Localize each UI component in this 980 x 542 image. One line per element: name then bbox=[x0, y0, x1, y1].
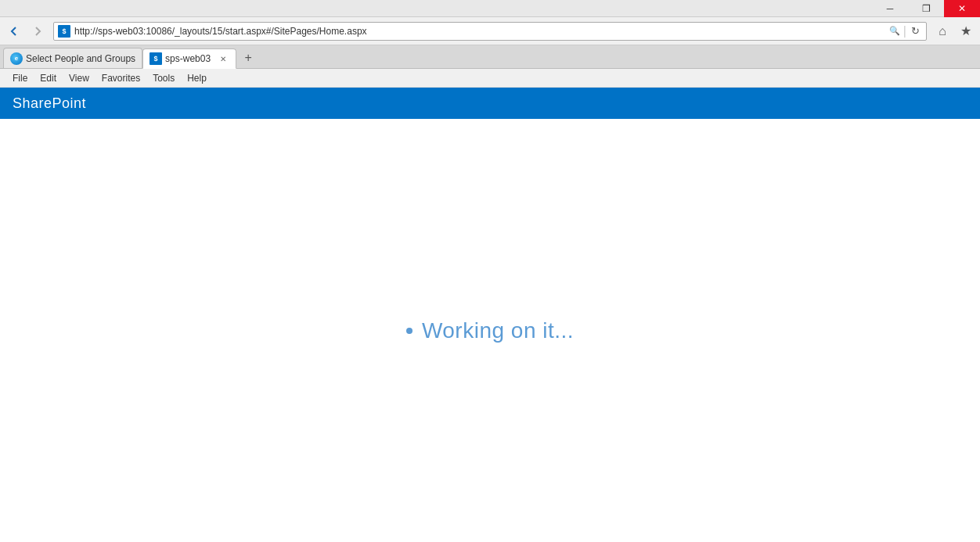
tab-select-people[interactable]: e Select People and Groups bbox=[3, 48, 142, 68]
menu-edit[interactable]: Edit bbox=[34, 71, 63, 85]
working-container: Working on it... bbox=[406, 318, 574, 343]
menu-file[interactable]: File bbox=[6, 71, 34, 85]
home-button[interactable]: ⌂ bbox=[931, 20, 953, 42]
tab-favicon-sp: $ bbox=[150, 52, 162, 65]
favorites-button[interactable]: ★ bbox=[955, 20, 977, 42]
menu-help[interactable]: Help bbox=[181, 71, 213, 85]
close-button[interactable]: ✕ bbox=[944, 0, 980, 17]
tab-favicon-ie: e bbox=[10, 52, 23, 65]
address-refresh-button[interactable]: ↻ bbox=[907, 23, 923, 40]
address-input[interactable] bbox=[74, 26, 887, 37]
address-search: 🔍 | ↻ bbox=[887, 23, 923, 40]
back-button[interactable] bbox=[3, 20, 25, 42]
nav-right: ⌂ ★ bbox=[931, 20, 977, 42]
restore-button[interactable]: ❒ bbox=[908, 0, 944, 17]
address-search-button[interactable]: 🔍 bbox=[887, 23, 903, 40]
nav-bar: $ 🔍 | ↻ ⌂ ★ bbox=[0, 17, 980, 45]
tab-close-button[interactable]: ✕ bbox=[217, 52, 229, 65]
sp-favicon-icon: $ bbox=[58, 25, 70, 38]
sharepoint-bar: SharePoint bbox=[0, 88, 980, 119]
tab-sps-web03[interactable]: $ sps-web03 ✕ bbox=[142, 48, 236, 69]
tab-label-sps-web03: sps-web03 bbox=[165, 53, 214, 64]
working-text: Working on it... bbox=[422, 318, 574, 343]
tab-label-select-people: Select People and Groups bbox=[26, 53, 135, 64]
forward-button[interactable] bbox=[27, 20, 49, 42]
menu-tools[interactable]: Tools bbox=[146, 71, 181, 85]
spinner-dot bbox=[406, 328, 413, 334]
title-bar-controls: ─ ❒ ✕ bbox=[872, 0, 980, 17]
address-bar-container: $ 🔍 | ↻ bbox=[53, 22, 927, 41]
main-content: Working on it... bbox=[0, 119, 980, 542]
minimize-button[interactable]: ─ bbox=[872, 0, 908, 17]
sharepoint-logo: SharePoint bbox=[13, 95, 86, 112]
address-favicon: $ bbox=[57, 24, 71, 38]
new-tab-button[interactable]: + bbox=[238, 48, 258, 68]
menu-bar: File Edit View Favorites Tools Help bbox=[0, 69, 980, 88]
menu-view[interactable]: View bbox=[63, 71, 95, 85]
title-bar: ─ ❒ ✕ bbox=[0, 0, 980, 17]
ie-favicon-icon: e bbox=[10, 52, 23, 65]
sp-favicon-tab-icon: $ bbox=[150, 52, 162, 65]
menu-favorites[interactable]: Favorites bbox=[95, 71, 146, 85]
tabs-bar: e Select People and Groups $ sps-web03 ✕… bbox=[0, 45, 980, 69]
